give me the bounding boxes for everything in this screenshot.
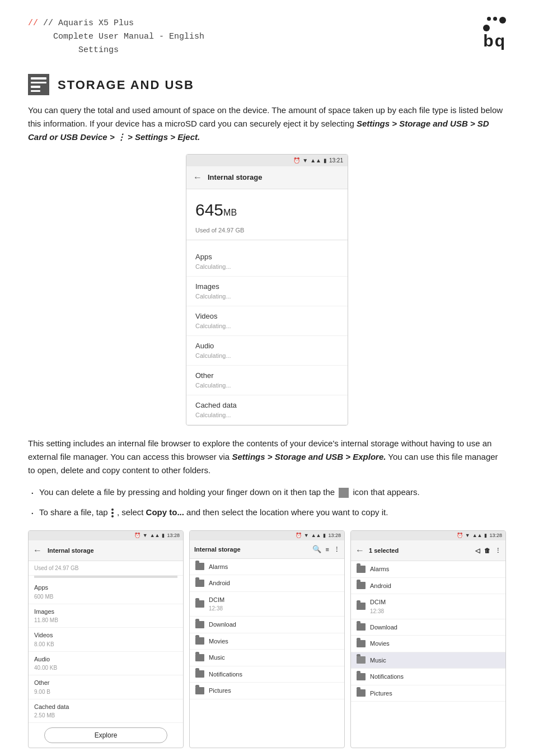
explore-button[interactable]: Explore <box>44 727 168 743</box>
storage-number: 645 <box>195 200 223 219</box>
videos-sub: Calculating... <box>195 321 339 331</box>
phone-mockup-3: ⏰ ▼ ▲▲ ▮ 13:28 Internal storage 🔍 ≡ ⋮ Al… <box>189 530 345 749</box>
signal-icon-3: ▼ <box>304 532 309 540</box>
apps-row-2: Apps 600 MB <box>29 580 183 604</box>
apps-val-2: 600 MB <box>34 592 177 601</box>
folder-download-4[interactable]: Download <box>351 619 505 636</box>
signal-icon-4: ▼ <box>465 532 470 540</box>
more-icon-4[interactable]: ⋮ <box>495 546 501 556</box>
folder-name-pictures-4: Pictures <box>370 689 392 698</box>
folder-dcim-3[interactable]: DCIM 12:38 <box>190 592 344 617</box>
images-sub: Calculating... <box>195 292 339 301</box>
folder-notif-3[interactable]: Notifications <box>190 666 344 683</box>
bullet2-before: To share a file, tap <box>39 507 110 517</box>
folder-download-3[interactable]: Download <box>190 617 344 633</box>
folder-dcim-4[interactable]: DCIM 12:38 <box>351 594 505 619</box>
folder-android-3[interactable]: Android <box>190 575 344 592</box>
delete-icon-4[interactable]: 🗑 <box>484 546 490 556</box>
trash-icon <box>339 488 349 498</box>
folder-alarms-3[interactable]: Alarms <box>190 559 344 576</box>
other-val-2: 9.00 B <box>34 688 177 696</box>
folder-icon-music-4 <box>357 656 366 664</box>
time-display-3: 13:28 <box>328 532 341 540</box>
progress-bar-2 <box>34 576 177 578</box>
audio-val-2: 40.00 KB <box>34 664 177 672</box>
folder-music-3[interactable]: Music <box>190 650 344 666</box>
signal-icon: ▼ <box>302 156 308 165</box>
vertical-dots-icon <box>111 508 114 517</box>
apps-sub: Calculating... <box>195 262 339 272</box>
nav-bar-3: Internal storage 🔍 ≡ ⋮ <box>190 540 344 559</box>
bullet-2: To share a file, tap , select Copy to...… <box>39 506 506 519</box>
spacer <box>186 242 348 247</box>
videos-row: Videos Calculating... <box>186 306 348 336</box>
bq-logo: bq <box>483 17 506 49</box>
videos-label: Videos <box>195 311 339 322</box>
nav-title-3: Internal storage <box>194 545 241 554</box>
bq-text: bq <box>483 32 506 49</box>
dot4 <box>483 25 490 31</box>
dot2 <box>493 17 497 21</box>
folder-android-4[interactable]: Android <box>351 578 505 595</box>
more-icon-3[interactable]: ⋮ <box>334 545 340 554</box>
cached-sub: Calculating... <box>195 410 339 420</box>
audio-label: Audio <box>195 340 339 352</box>
other-sub: Calculating... <box>195 381 339 390</box>
page-header: // // Aquaris X5 Plus Complete User Manu… <box>28 17 506 57</box>
other-row: Other Calculating... <box>186 366 348 395</box>
folder-icon-notif-3 <box>195 670 204 678</box>
apps-label: Apps <box>195 251 339 263</box>
filter-icon-3[interactable]: ≡ <box>326 545 329 554</box>
wifi-icon-4: ▲▲ <box>472 532 483 540</box>
back-arrow-4[interactable]: ← <box>355 544 364 557</box>
other-label-2: Other <box>34 678 177 688</box>
folder-movies-3[interactable]: Movies <box>190 633 344 650</box>
back-arrow-2[interactable]: ← <box>33 544 42 557</box>
vdot3 <box>111 515 114 517</box>
back-arrow-1[interactable]: ← <box>193 171 202 184</box>
cached-val-2: 2.50 MB <box>34 711 177 720</box>
folder-pictures-3[interactable]: Pictures <box>190 683 344 699</box>
apps-label-2: Apps <box>34 583 177 592</box>
folder-icon-alarms-3 <box>195 563 204 570</box>
bullet1-before: You can delete a file by pressing and ho… <box>39 487 337 497</box>
time-display-4: 13:28 <box>489 532 502 540</box>
folder-movies-4[interactable]: Movies <box>351 636 505 652</box>
vdot2 <box>111 512 114 514</box>
storage-display: 645MB <box>186 189 348 226</box>
share-icon-4[interactable]: ◁ <box>475 546 480 556</box>
audio-label-2: Audio <box>34 655 177 664</box>
bullet1-after: icon that appears. <box>353 487 420 497</box>
folder-icon-dcim-4 <box>357 603 366 610</box>
nav-bar-1: ← Internal storage <box>186 166 348 189</box>
folder-icon-pictures-3 <box>195 687 204 694</box>
alarm-icon-2: ⏰ <box>134 532 140 540</box>
folder-sub-dcim-4: 12:38 <box>370 607 386 615</box>
videos-label-2: Videos <box>34 631 177 640</box>
bullet2-middle: , select <box>117 507 146 517</box>
storage-icon <box>28 74 49 95</box>
folder-music-4[interactable]: Music <box>351 652 505 669</box>
folder-icon-dcim-3 <box>195 600 204 608</box>
videos-val-2: 8.00 KB <box>34 640 177 648</box>
icon-line-3 <box>31 86 40 88</box>
folder-name-notif-4: Notifications <box>370 672 404 682</box>
folder-alarms-4[interactable]: Alarms <box>351 561 505 578</box>
folder-notif-4[interactable]: Notifications <box>351 669 505 685</box>
status-bar-2: ⏰ ▼ ▲▲ ▮ 13:28 <box>29 531 183 541</box>
folder-name-music-3: Music <box>209 653 225 662</box>
search-icon-3[interactable]: 🔍 <box>312 544 321 555</box>
apps-row: Apps Calculating... <box>186 247 348 277</box>
videos-row-2: Videos 8.00 KB <box>29 628 183 652</box>
folder-name-notif-3: Notifications <box>209 670 242 679</box>
audio-row: Audio Calculating... <box>186 336 348 366</box>
dot3 <box>499 17 506 24</box>
folder-icon-movies-4 <box>357 640 366 647</box>
folder-pictures-4[interactable]: Pictures <box>351 685 505 702</box>
status-bar-4: ⏰ ▼ ▲▲ ▮ 13:28 <box>351 531 505 541</box>
alarm-icon-3: ⏰ <box>296 532 302 540</box>
status-bar-3: ⏰ ▼ ▲▲ ▮ 13:28 <box>190 531 344 541</box>
section-title: STORAGE AND USB <box>58 76 194 94</box>
icon-line-4 <box>31 90 40 92</box>
audio-row-2: Audio 40.00 KB <box>29 652 183 676</box>
